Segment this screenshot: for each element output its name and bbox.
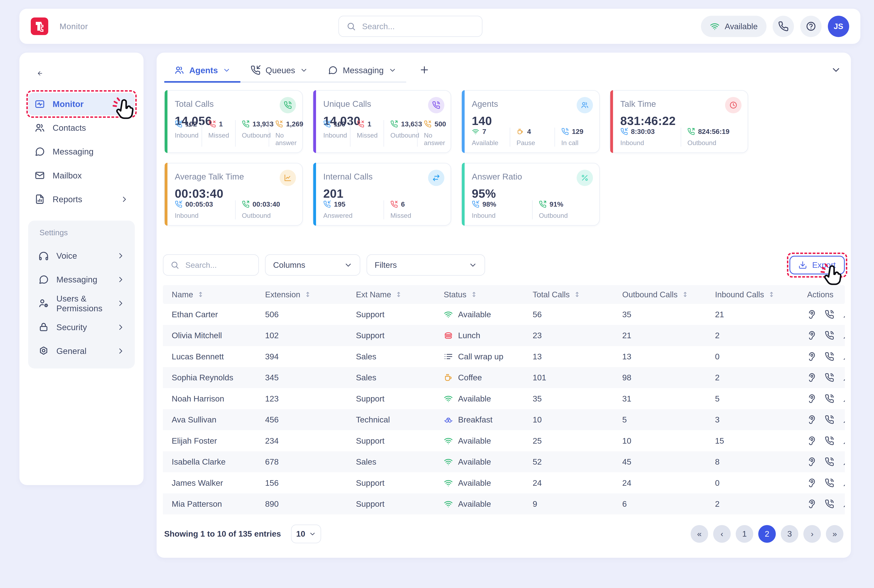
listen-icon[interactable]	[807, 331, 817, 340]
whisper-icon[interactable]	[825, 478, 834, 488]
pagination-button[interactable]: «	[691, 525, 708, 543]
table-row[interactable]: Ethan Carter 506 Support Available 56 35…	[163, 304, 845, 325]
barge-in-icon[interactable]	[842, 352, 845, 361]
barge-in-icon[interactable]	[842, 415, 845, 424]
columns-dropdown[interactable]: Columns	[265, 254, 360, 276]
whisper-icon[interactable]	[825, 457, 834, 466]
stat-card-header: Agents	[472, 97, 593, 113]
table-row[interactable]: Lucas Bennett 394 Sales Call wrap up 13 …	[163, 346, 845, 367]
global-search[interactable]	[339, 16, 483, 37]
wifi-icon	[444, 436, 453, 446]
table-search-input[interactable]	[184, 260, 251, 270]
page-size-dropdown[interactable]: 10	[291, 525, 321, 543]
table-row[interactable]: James Walker 156 Support Available 24 24…	[163, 472, 845, 493]
barge-in-icon[interactable]	[842, 478, 845, 488]
cell-ext-name: Support	[356, 310, 444, 319]
tab[interactable]: Agents	[164, 59, 240, 81]
listen-icon[interactable]	[807, 415, 817, 424]
table-row[interactable]: Sophia Reynolds 345 Sales Coffee 101 98 …	[163, 367, 845, 388]
pagination-button[interactable]: ›	[804, 525, 821, 543]
table-search[interactable]	[163, 254, 259, 276]
sidebar-item[interactable]: Messaging	[32, 268, 131, 291]
sort-icon[interactable]	[304, 291, 312, 298]
column-header[interactable]: Actions	[807, 290, 845, 299]
barge-in-icon[interactable]	[842, 457, 845, 466]
whisper-icon[interactable]	[825, 394, 834, 404]
barge-in-icon[interactable]	[842, 394, 845, 404]
pagination-button[interactable]: ‹	[713, 525, 731, 543]
sort-icon[interactable]	[470, 291, 478, 298]
barge-in-icon[interactable]	[842, 331, 845, 340]
barge-in-icon[interactable]	[842, 499, 845, 508]
stat-card-title: Answer Ratio	[472, 170, 522, 182]
sidebar-item[interactable]: General	[32, 340, 131, 362]
barge-in-icon[interactable]	[842, 373, 845, 382]
column-header[interactable]: Name	[172, 290, 265, 299]
pagination-button[interactable]: 1	[736, 525, 753, 543]
column-header[interactable]: Ext Name	[356, 290, 444, 299]
whisper-icon[interactable]	[825, 373, 834, 382]
whisper-icon[interactable]	[825, 310, 834, 319]
sidebar-item[interactable]: Messaging	[28, 140, 135, 163]
dialer-button[interactable]	[773, 16, 794, 37]
collapse-sidebar-button[interactable]	[33, 66, 47, 80]
table-row[interactable]: Isabella Clarke 678 Sales Available 52 4…	[163, 452, 845, 472]
sort-icon[interactable]	[681, 291, 689, 298]
pagination-button[interactable]: »	[826, 525, 843, 543]
substat-value: 102	[186, 120, 197, 128]
sort-icon[interactable]	[395, 291, 402, 298]
stat-card-value: 201	[323, 187, 444, 200]
listen-icon[interactable]	[807, 478, 817, 488]
filters-dropdown[interactable]: Filters	[367, 254, 485, 276]
column-header[interactable]: Outbound Calls	[622, 290, 715, 299]
whisper-icon[interactable]	[825, 331, 834, 340]
table-row[interactable]: Noah Harrison 123 Support Available 35 3…	[163, 388, 845, 409]
sidebar-item[interactable]: Mailbox	[28, 164, 135, 187]
column-header[interactable]: Inbound Calls	[715, 290, 807, 299]
sort-icon[interactable]	[573, 291, 581, 298]
pagination-button[interactable]: 3	[781, 525, 798, 543]
listen-icon[interactable]	[807, 373, 817, 382]
sort-icon[interactable]	[768, 291, 775, 298]
table-row[interactable]: Olivia Mitchell 102 Support Lunch 23 21 …	[163, 325, 845, 346]
sidebar-item[interactable]: Monitor	[28, 93, 135, 116]
listen-icon[interactable]	[807, 310, 817, 319]
sidebar-item[interactable]: Voice	[32, 244, 131, 267]
tab[interactable]: Queues	[240, 59, 318, 81]
whisper-icon[interactable]	[825, 415, 834, 424]
tab[interactable]: Messaging	[318, 59, 406, 81]
whisper-icon[interactable]	[825, 352, 834, 361]
table-row[interactable]: Mia Patterson 890 Support Available 9 6 …	[163, 494, 845, 514]
substat: 500 No answer	[417, 120, 445, 147]
sort-icon[interactable]	[197, 291, 204, 298]
presence-status-badge[interactable]: Available	[701, 16, 766, 37]
whisper-icon[interactable]	[825, 436, 834, 446]
listen-icon[interactable]	[807, 394, 817, 404]
sidebar-item[interactable]: Security	[32, 316, 131, 338]
substat: 13,933 Outbound	[235, 120, 264, 147]
column-header[interactable]: Extension	[265, 290, 356, 299]
table-row[interactable]: Elijah Foster 234 Support Available 25 1…	[163, 430, 845, 451]
collapse-panel-button[interactable]	[827, 63, 843, 79]
sidebar-item[interactable]: Contacts	[28, 117, 135, 139]
export-button[interactable]: Export	[789, 256, 845, 274]
barge-in-icon[interactable]	[842, 310, 845, 319]
avatar[interactable]: JS	[828, 16, 849, 37]
tab-label: Agents	[189, 65, 218, 75]
status-label: Breakfast	[458, 415, 493, 424]
column-header[interactable]: Status	[444, 290, 533, 299]
whisper-icon[interactable]	[825, 499, 834, 508]
column-header[interactable]: Total Calls	[533, 290, 622, 299]
add-tab-button[interactable]	[415, 62, 434, 80]
pagination-button[interactable]: 2	[758, 525, 776, 543]
barge-in-icon[interactable]	[842, 436, 845, 446]
global-search-input[interactable]	[361, 21, 474, 32]
listen-icon[interactable]	[807, 352, 817, 361]
listen-icon[interactable]	[807, 457, 817, 466]
sidebar-item[interactable]: Reports	[28, 188, 135, 210]
sidebar-item[interactable]: Users & Permissions	[32, 292, 131, 315]
listen-icon[interactable]	[807, 499, 817, 508]
listen-icon[interactable]	[807, 436, 817, 446]
help-button[interactable]	[800, 16, 822, 37]
table-row[interactable]: Ava Sullivan 456 Technical Breakfast 10 …	[163, 409, 845, 430]
